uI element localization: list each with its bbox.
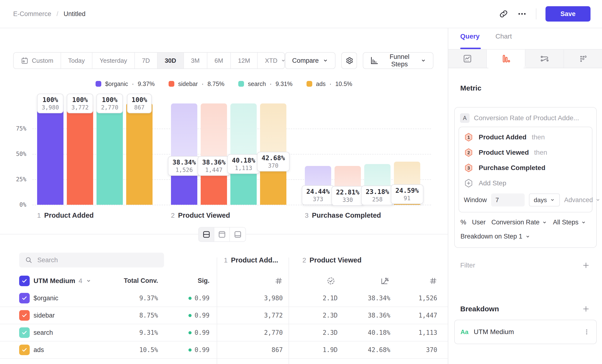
funnel-bar[interactable] [67, 103, 93, 205]
funnel-bar[interactable] [97, 103, 123, 205]
add-filter-button[interactable] [582, 261, 590, 269]
tab-query[interactable]: Query [460, 32, 480, 49]
measured-as-row: % User Conversion Rate All Steps [459, 212, 592, 226]
step-number: 2 [171, 212, 175, 219]
main-content: Custom Today Yesterday 7D 30D 3M 6M 12M … [0, 28, 448, 364]
range-xtd[interactable]: XTD [258, 53, 285, 68]
row-step2-time: 2.3D [289, 312, 338, 319]
total-conv-header[interactable]: Total Conv. [120, 277, 158, 285]
step-number: 1 [37, 212, 41, 219]
sig-header[interactable]: Sig. [158, 277, 210, 285]
table-row[interactable]: sidebar 8.75% 0.99 3,772 2.3D 38.36% 1,4… [0, 307, 448, 324]
step2-conv-column[interactable] [338, 277, 390, 285]
layout-chart-only-button[interactable] [214, 227, 230, 241]
steps-scope-dropdown[interactable]: All Steps [553, 219, 586, 226]
legend-item[interactable]: $organic · 9.37% [96, 80, 155, 87]
step-name: Purchase Completed [312, 212, 381, 219]
funnel-step-label-2[interactable]: 2 Product Viewed [171, 212, 230, 219]
legend-item[interactable]: ads · 10.5% [307, 80, 353, 87]
row-step1-count: 3,980 [217, 295, 289, 302]
range-custom[interactable]: Custom [14, 53, 61, 68]
row-name: ads [30, 346, 120, 354]
chart-type-button[interactable]: Funnel Steps [363, 52, 433, 69]
breadcrumb-parent[interactable]: E-Commerce [13, 10, 51, 18]
layout-table-only-button[interactable] [230, 227, 246, 241]
metric-title-row[interactable]: A Conversion Rate of Product Adde... [459, 111, 592, 127]
more-options-button[interactable] [517, 9, 527, 19]
table-step1-header[interactable]: 1 Product Add... [217, 256, 289, 264]
save-button[interactable]: Save [546, 6, 591, 21]
table-row[interactable]: $organic 9.37% 0.99 3,980 2.1D 38.34% 1,… [0, 290, 448, 307]
tab-funnel-chart[interactable] [487, 50, 525, 68]
funnel-bar[interactable] [126, 103, 152, 205]
entity-label[interactable]: User [472, 219, 486, 226]
metric-type-dropdown[interactable]: Conversion Rate [491, 219, 547, 226]
breakdown-property-card[interactable]: Aa UTM Medium [454, 320, 597, 344]
legend-swatch [238, 81, 244, 87]
table-row[interactable]: ads 10.5% 0.99 867 1.9D 42.68% 370 [0, 342, 448, 359]
sig-dot [188, 314, 192, 317]
range-yesterday[interactable]: Yesterday [92, 53, 135, 68]
advanced-dropdown[interactable]: Advanced [564, 196, 601, 204]
funnel-bar[interactable] [37, 103, 64, 205]
funnel-step-1[interactable]: 1 Product Added then [464, 129, 587, 145]
add-step-button[interactable]: Add Step [464, 176, 587, 191]
legend-item[interactable]: search · 9.31% [238, 80, 292, 87]
bar-value-label: 100%3,980 [37, 94, 64, 113]
bar-value-label: 22.81%330 [331, 186, 364, 206]
range-6m[interactable]: 6M [207, 53, 231, 68]
compare-button[interactable]: Compare [285, 52, 335, 69]
group-by-header[interactable]: UTM Medium 4 [30, 277, 120, 285]
legend-item[interactable]: sidebar · 8.75% [169, 80, 224, 87]
bar-value-label: 42.68%370 [257, 152, 290, 171]
step-number: 2 [302, 257, 306, 264]
breakdown-options-button[interactable] [583, 328, 591, 336]
tab-line-chart[interactable] [448, 50, 487, 68]
funnel-step-label-1[interactable]: 1 Product Added [37, 212, 94, 219]
layout-split-button[interactable] [199, 227, 214, 241]
tab-chart[interactable]: Chart [495, 32, 512, 49]
time-to-convert-icon [327, 277, 335, 285]
add-breakdown-button[interactable] [582, 305, 590, 313]
search-input[interactable] [37, 257, 158, 264]
step2-count-column[interactable] [390, 277, 443, 285]
search-box[interactable] [19, 253, 164, 268]
svg-text:1: 1 [467, 135, 470, 140]
breakdown-on-step-dropdown[interactable]: Breakdown on Step 1 [459, 226, 592, 246]
row-checkbox[interactable] [19, 293, 30, 303]
window-value-input[interactable] [491, 193, 525, 206]
row-checkbox[interactable] [19, 345, 30, 355]
step-event-name: Product Viewed [479, 149, 529, 156]
panel-tabs: Query Chart [448, 28, 602, 49]
funnel-step-label-3[interactable]: 3 Purchase Completed [305, 212, 381, 219]
tab-grid-view[interactable] [564, 50, 602, 68]
bar-value-label: 100%2,770 [97, 94, 123, 113]
table-row[interactable]: search 9.31% 0.99 2,770 2.3D 40.18% 1,11… [0, 324, 448, 342]
share-link-button[interactable] [499, 9, 508, 18]
funnel-step-3[interactable]: 3 Purchase Completed [464, 160, 587, 176]
funnel-step-2[interactable]: 2 Product Viewed then [464, 145, 587, 160]
group-count: 4 [78, 277, 82, 285]
range-today[interactable]: Today [61, 53, 92, 68]
row-checkbox[interactable] [19, 327, 30, 338]
tab-retention-chart[interactable] [525, 50, 564, 68]
plus-icon [582, 305, 590, 313]
range-3m[interactable]: 3M [184, 53, 207, 68]
table-step2-header[interactable]: 2 Product Viewed [289, 256, 443, 264]
step-name: Product Viewed [310, 256, 362, 264]
step1-count-column[interactable] [217, 277, 289, 285]
chart-settings-button[interactable] [341, 52, 357, 69]
breadcrumb-separator: / [56, 10, 58, 18]
step2-time-column[interactable] [289, 277, 338, 285]
row-step2-time: 1.9D [289, 346, 338, 353]
row-checkbox[interactable] [19, 310, 30, 321]
window-unit-select[interactable]: days [529, 193, 560, 206]
breadcrumb-current[interactable]: Untitled [64, 10, 86, 18]
row-step2-count: 1,447 [390, 312, 443, 319]
range-12m[interactable]: 12M [231, 53, 258, 68]
select-all-checkbox[interactable] [19, 276, 30, 286]
range-30d[interactable]: 30D [158, 53, 184, 68]
retention-chart-icon [540, 54, 549, 64]
steps-scope-label: All Steps [553, 219, 579, 226]
range-7d[interactable]: 7D [135, 53, 158, 68]
